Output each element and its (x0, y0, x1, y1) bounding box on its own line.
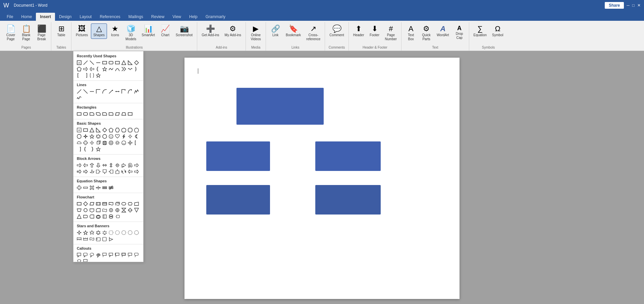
minimize-button[interactable]: ─ (627, 3, 630, 8)
shape-callout-cr2[interactable] (133, 252, 140, 258)
shape-star32pt[interactable] (133, 230, 140, 236)
shape-callout-line1[interactable] (102, 252, 108, 258)
shape-rect-trap[interactable] (121, 111, 127, 117)
shape-arrow-l[interactable] (89, 66, 95, 72)
comment-button[interactable]: 💬 Comment (327, 23, 346, 39)
shape-star7[interactable] (102, 133, 108, 139)
get-addins-button[interactable]: ➕ Get Add-ins (199, 23, 221, 39)
close-button[interactable]: ✕ (637, 3, 641, 8)
maximize-button[interactable]: □ (632, 3, 635, 8)
shape-star4[interactable] (83, 133, 89, 139)
shape-callout-cr4[interactable] (83, 258, 89, 262)
shape-fc-sort[interactable] (127, 207, 133, 213)
shape-callout-rect[interactable] (76, 252, 82, 258)
shape-star5pt[interactable] (83, 230, 89, 236)
shape-eq-noteq[interactable] (108, 185, 114, 191)
quick-parts-button[interactable]: ⚙ QuickParts (419, 23, 434, 43)
shape-fc-predefined[interactable] (95, 201, 101, 207)
shape-rect2[interactable] (114, 60, 120, 66)
shape-fc-display[interactable] (114, 214, 120, 220)
shape-fc-extract[interactable] (133, 207, 140, 213)
shape-rect1[interactable] (102, 60, 108, 66)
shape-star6pt[interactable] (89, 230, 95, 236)
shape-star24pt[interactable] (127, 230, 133, 236)
shape-oct[interactable] (127, 127, 133, 133)
shape-curved-arrow[interactable] (127, 88, 133, 95)
shape-hex[interactable] (114, 127, 120, 133)
link-button[interactable]: 🔗 Link (268, 23, 283, 39)
shape-ribbon-up[interactable] (76, 236, 82, 242)
shape-wave[interactable] (127, 66, 133, 72)
shape-tri-iso[interactable] (89, 127, 95, 133)
shape-fc-offpage[interactable] (89, 207, 95, 213)
equation-button[interactable]: ∑ Equation (471, 23, 489, 39)
shape-arrow-notch[interactable] (83, 169, 89, 175)
shape-right-triangle[interactable] (127, 60, 133, 66)
cover-page-button[interactable]: 📄 CoverPage (3, 23, 18, 43)
shape-fc-storage[interactable] (89, 214, 95, 220)
shape-fc-data[interactable] (89, 201, 95, 207)
shape-bracket[interactable] (76, 72, 82, 78)
shape-curly-brace[interactable] (89, 72, 95, 78)
shape-diamond-bs[interactable] (102, 127, 108, 133)
shape-fc-tape[interactable] (102, 207, 108, 213)
shape-arrow-uturn[interactable] (127, 162, 133, 168)
shape-fc-sumjunction[interactable] (108, 207, 114, 213)
shape-rect-snip1[interactable] (89, 111, 95, 117)
shape-eq-times[interactable] (89, 185, 95, 191)
shape-scroll-v[interactable] (102, 236, 108, 242)
shape-cylinder[interactable] (102, 140, 108, 146)
shape-blue-rect-mid-right[interactable] (315, 141, 381, 171)
text-box-button[interactable]: A TextBox (404, 23, 418, 43)
cross-reference-button[interactable]: ↗ Cross-reference (304, 23, 323, 43)
shape-star7pt[interactable] (95, 230, 101, 236)
shape-fc-or[interactable] (114, 207, 120, 213)
shape-rect-snip2[interactable] (95, 111, 101, 117)
shape-wave-banner[interactable] (89, 236, 95, 242)
shape-pent[interactable] (108, 127, 114, 133)
tab-layout[interactable]: Layout (75, 13, 96, 21)
shape-rect-basic[interactable] (76, 111, 82, 117)
shape-star-bs2[interactable] (95, 146, 101, 152)
shape-line2[interactable] (83, 88, 89, 95)
shape-scribble[interactable] (76, 95, 82, 101)
shape-fc-drum[interactable] (108, 214, 114, 220)
shape-line3[interactable] (89, 88, 95, 95)
shape-fc-internal[interactable] (102, 201, 108, 207)
shape-fc-document[interactable] (108, 201, 114, 207)
shape-blue-rect-bot-left[interactable] (206, 185, 270, 215)
shape-arrow-cr-l[interactable] (127, 169, 133, 175)
shape-chevron[interactable] (121, 66, 127, 72)
shape-arrow-circle[interactable] (121, 169, 127, 175)
shape-blue-rect-mid-left[interactable] (206, 141, 270, 171)
shape-line-diag1[interactable] (83, 60, 89, 66)
icons-button[interactable]: ★ Icons (108, 23, 122, 39)
shape-arrow-left[interactable] (83, 162, 89, 168)
tab-mailings[interactable]: Mailings (124, 13, 147, 21)
shape-moon[interactable] (133, 133, 140, 139)
shape-hept[interactable] (121, 127, 127, 133)
shape-smiley[interactable] (108, 133, 114, 139)
page-break-button[interactable]: ⬛ PageBreak (34, 23, 49, 43)
shape-rounded-rect[interactable] (108, 60, 114, 66)
shape-arrow-callout-u[interactable] (114, 169, 120, 175)
shape-arrow-curve[interactable] (133, 162, 140, 168)
shape-blue-rect-bot-right[interactable] (315, 185, 381, 215)
shape-line-diag2[interactable] (89, 60, 95, 66)
shape-rect-snip3[interactable] (102, 111, 108, 117)
shape-callout-cloud[interactable] (95, 252, 101, 258)
shape-arrow-callout-r[interactable] (95, 169, 101, 175)
chart-button[interactable]: 📈 Chart (158, 23, 173, 39)
tab-design[interactable]: Design (55, 13, 75, 21)
shape-eq-div[interactable] (95, 185, 101, 191)
shape-rect-bs[interactable] (83, 127, 89, 133)
header-button[interactable]: ⬆ Header (351, 23, 367, 39)
tab-view[interactable]: View (168, 13, 185, 21)
shape-arrow-down[interactable] (95, 162, 101, 168)
shapes-button[interactable]: △ Shapes (91, 23, 107, 39)
shape-brace[interactable] (95, 66, 101, 72)
tab-file[interactable]: File (3, 13, 17, 21)
shape-brace-r[interactable] (89, 146, 95, 152)
shape-scroll-h[interactable] (95, 236, 101, 242)
shape-eq-eq[interactable] (102, 185, 108, 191)
